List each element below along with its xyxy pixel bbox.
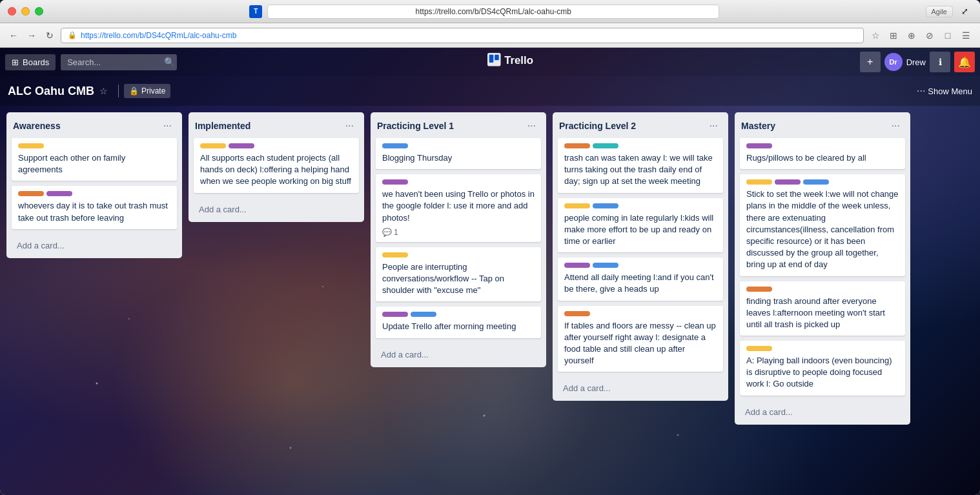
browser-toolbar: ← → ↻ 🔒 https://trello.com/b/DS4cQRmL/al… [0, 23, 980, 48]
forward-btn[interactable]: → [25, 28, 39, 43]
label-orange [564, 143, 590, 148]
board-star-icon[interactable]: ☆ [99, 86, 108, 96]
comment-icon: 💬 [382, 228, 392, 237]
minimize-window-btn[interactable] [21, 7, 30, 15]
trello-nav-right: + Dr Drew ℹ 🔔 [860, 52, 975, 72]
list-header-practicing-level-2: Practicing Level 2··· [553, 112, 728, 138]
boards-button[interactable]: ⊞ Boards [5, 54, 56, 70]
list-menu-btn-awareness[interactable]: ··· [159, 119, 176, 133]
card[interactable]: trash can was taken away l: we will take… [558, 138, 723, 193]
list-cards-practicing-level-1: Blogging Thursdaywe haven't been using T… [371, 138, 546, 343]
show-menu-label: Show Menu [928, 86, 972, 96]
add-card-btn-mastery[interactable]: Add a card... [740, 405, 905, 419]
card[interactable]: whoevers day it is to take out trash mus… [12, 186, 177, 228]
card-text: finding trash around after everyone leav… [746, 296, 899, 331]
card-labels [746, 143, 899, 148]
card-text: Update Trello after morning meeting [382, 321, 535, 332]
trello-favicon: T [249, 5, 262, 18]
user-name-label[interactable]: Drew [906, 57, 926, 67]
close-window-btn[interactable] [8, 7, 16, 15]
refresh-btn[interactable]: ↻ [43, 28, 57, 43]
boards-label: Boards [23, 57, 49, 67]
user-avatar[interactable]: Dr [884, 53, 903, 71]
maximize-window-btn[interactable] [35, 7, 43, 15]
list-menu-btn-practicing-level-2[interactable]: ··· [706, 119, 722, 133]
card[interactable]: Blogging Thursday [376, 138, 541, 169]
add-card-btn-practicing-level-2[interactable]: Add a card... [558, 381, 723, 396]
extension-icon-3[interactable]: ⊘ [922, 28, 937, 43]
card[interactable]: Stick to set the week l:we will not chan… [740, 174, 905, 276]
card-text: People are interrupting conversations/wo… [382, 261, 535, 297]
label-purple [229, 143, 254, 148]
list-title-implemented: Implemented [195, 121, 342, 131]
card-labels [564, 143, 717, 148]
list-footer-mastery: Add a card... [735, 401, 910, 425]
list-menu-btn-mastery[interactable]: ··· [888, 119, 904, 133]
list-cards-implemented: All supports each student projects (all … [189, 138, 364, 198]
card[interactable]: we haven't been using Trello or photos i… [376, 174, 541, 242]
card[interactable]: finding trash around after everyone leav… [740, 281, 905, 336]
info-btn[interactable]: ℹ [930, 52, 950, 72]
label-purple [46, 191, 72, 196]
lock-icon: 🔒 [129, 86, 139, 96]
list-header-awareness: Awareness··· [6, 112, 182, 138]
label-orange [18, 191, 44, 196]
card-text: trash can was taken away l: we will take… [564, 152, 717, 188]
card-labels [382, 312, 535, 317]
show-menu-button[interactable]: ··· Show Menu [917, 85, 972, 97]
notification-btn[interactable]: 🔔 [954, 52, 975, 72]
card-labels [746, 287, 899, 292]
card[interactable]: All supports each student projects (all … [194, 138, 359, 193]
address-bar[interactable]: 🔒 https://trello.com/b/DS4cQRmL/alc-oahu… [61, 28, 864, 43]
trello-nav-left: ⊞ Boards 🔍 [5, 54, 175, 70]
svg-text:Trello: Trello [504, 54, 533, 66]
svg-rect-1 [489, 55, 494, 63]
list-practicing-level-1: Practicing Level 1···Blogging Thursdaywe… [371, 112, 546, 367]
visibility-label: Private [141, 86, 165, 96]
visibility-button[interactable]: 🔒 Private [124, 84, 170, 98]
card[interactable]: people coming in late regularly l:kids w… [558, 198, 723, 253]
svg-rect-2 [495, 55, 499, 60]
extension-icon-2[interactable]: ⊕ [904, 28, 919, 43]
label-blue [803, 179, 829, 185]
list-mastery: Mastery···Rugs/pillows to be cleared by … [735, 112, 910, 425]
add-card-btn-practicing-level-1[interactable]: Add a card... [376, 347, 541, 362]
extension-icon-1[interactable]: ⊞ [886, 28, 901, 43]
back-btn[interactable]: ← [6, 28, 21, 43]
list-footer-practicing-level-1: Add a card... [371, 343, 546, 367]
list-cards-awareness: Support each other on family agreementsw… [6, 138, 182, 234]
bookmark-icon[interactable]: ☆ [868, 28, 883, 43]
list-menu-btn-implemented[interactable]: ··· [342, 119, 358, 133]
card-text: A: Playing ball indoors (even bouncing) … [746, 355, 899, 390]
card[interactable]: People are interrupting conversations/wo… [376, 247, 541, 302]
card[interactable]: A: Playing ball indoors (even bouncing) … [740, 341, 905, 396]
card-labels [382, 143, 535, 148]
card[interactable]: Rugs/pillows to be cleared by all [740, 138, 905, 169]
card-labels [564, 311, 717, 316]
card[interactable]: Attend all daily meeting l:and if you ca… [558, 258, 723, 300]
list-header-mastery: Mastery··· [735, 112, 910, 138]
agile-window-btn[interactable]: Agile [926, 6, 953, 17]
show-menu-dots-icon: ··· [917, 85, 925, 97]
label-purple [382, 312, 408, 317]
trello-logo: Trello [175, 53, 859, 71]
add-board-btn[interactable]: + [860, 52, 881, 72]
boards-grid-icon: ⊞ [12, 57, 19, 67]
board-content: Awareness···Support each other on family… [0, 106, 980, 495]
label-teal [593, 143, 618, 148]
extension-icon-4[interactable]: □ [940, 28, 955, 43]
card[interactable]: Support each other on family agreements [12, 138, 177, 181]
label-yellow [564, 203, 590, 208]
list-menu-btn-practicing-level-1[interactable]: ··· [524, 119, 540, 133]
url-bar-title[interactable]: https://trello.com/b/DS4cQRmL/alc-oahu-c… [267, 5, 719, 19]
resize-icon[interactable]: ⤢ [957, 4, 972, 19]
card[interactable]: Update Trello after morning meeting [376, 307, 541, 338]
add-card-btn-awareness[interactable]: Add a card... [12, 238, 177, 253]
browser-menu-icon[interactable]: ☰ [958, 28, 974, 43]
card-text: Stick to set the week l:we will not chan… [746, 188, 899, 270]
search-input[interactable] [61, 54, 177, 70]
list-practicing-level-2: Practicing Level 2···trash can was taken… [553, 112, 728, 401]
add-card-btn-implemented[interactable]: Add a card... [194, 202, 359, 217]
card[interactable]: If tables and floors are messy -- clean … [558, 306, 723, 372]
card-labels [564, 263, 717, 268]
